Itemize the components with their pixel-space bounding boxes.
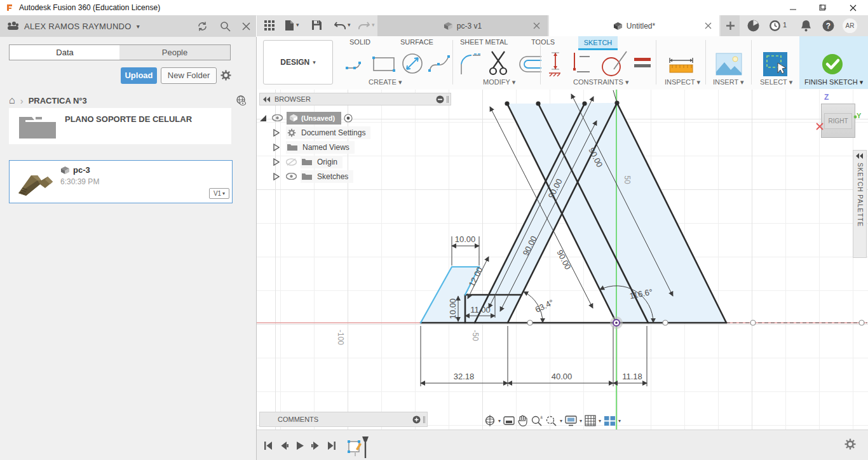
tab-people[interactable]: People	[119, 44, 231, 60]
expanded-arrow-icon[interactable]	[259, 114, 267, 122]
tangent-constraint-icon[interactable]	[599, 50, 629, 78]
version-badge[interactable]: V1▾	[209, 188, 229, 199]
activate-radio-icon[interactable]	[344, 114, 353, 123]
profile-fill[interactable]	[421, 103, 726, 323]
close-tab-icon[interactable]	[705, 22, 712, 29]
redo-caret-icon[interactable]: ▾	[372, 22, 375, 28]
panel-grip[interactable]	[424, 416, 425, 423]
viewports-caret-icon[interactable]: ▾	[618, 418, 621, 424]
group-modify[interactable]: MODIFY ▾	[483, 78, 515, 86]
panel-grip[interactable]	[423, 416, 424, 423]
account-name[interactable]: ALEX RAMOS RAYMUNDO	[24, 22, 132, 31]
look-at-icon[interactable]	[503, 416, 515, 426]
close-panel-icon[interactable]	[241, 22, 251, 31]
zoom-window-caret-icon[interactable]: ▾	[560, 418, 562, 424]
account-caret-icon[interactable]: ▾	[137, 23, 140, 30]
close-tab-icon[interactable]	[533, 22, 540, 29]
breadcrumb-folder[interactable]: PRACTICA N°3	[29, 96, 87, 105]
group-finish-sketch[interactable]: FINISH SKETCH ▾	[804, 78, 863, 86]
search-icon[interactable]	[220, 21, 231, 32]
spline-tool-icon[interactable]	[427, 51, 452, 76]
select-tool-icon[interactable]	[763, 51, 788, 77]
data-settings-gear-icon[interactable]	[220, 70, 231, 81]
insert-image-icon[interactable]	[715, 53, 742, 76]
browser-item-sketches[interactable]: Sketches	[259, 169, 451, 184]
fillet-tool-icon[interactable]	[459, 51, 484, 77]
timeline-sketch-feature[interactable]	[347, 436, 370, 458]
collapse-panel-icon[interactable]	[263, 97, 271, 102]
job-status-clock-icon[interactable]	[769, 20, 781, 32]
new-folder-button[interactable]: New Folder	[161, 67, 217, 84]
maximize-button[interactable]	[808, 0, 836, 15]
file-menu-icon[interactable]	[285, 20, 294, 31]
browser-item-origin[interactable]: Origin	[259, 154, 451, 169]
orbit-icon[interactable]	[484, 415, 496, 426]
document-tab-pc3[interactable]: pc-3 v1	[377, 15, 548, 36]
circle-tool-icon[interactable]	[400, 51, 424, 76]
group-insert[interactable]: INSERT ▾	[713, 78, 744, 86]
zoom-icon[interactable]: ±	[531, 415, 543, 426]
minimize-button[interactable]	[779, 0, 807, 15]
folder-item[interactable]: PLANO SOPORTE DE CELULAR	[9, 108, 231, 144]
help-icon[interactable]: ?	[822, 20, 834, 32]
env-tab-tools[interactable]: TOOLS	[531, 38, 555, 46]
file-menu-caret-icon[interactable]: ▾	[296, 22, 299, 28]
new-tab-button[interactable]	[721, 15, 740, 36]
file-item-pc3[interactable]: pc-3 6:30:39 PM V1▾	[9, 160, 233, 203]
display-settings-icon[interactable]	[565, 416, 577, 426]
browser-root-row[interactable]: (Unsaved)	[259, 111, 451, 125]
collapsed-arrow-icon[interactable]	[273, 129, 280, 137]
home-icon[interactable]: ⌂	[9, 95, 15, 106]
workspace-switcher[interactable]: DESIGN ▾	[263, 40, 333, 85]
add-comment-icon[interactable]	[412, 416, 421, 424]
measure-tool-icon[interactable]	[667, 54, 695, 76]
timeline-step-forward-button[interactable]	[308, 438, 323, 453]
env-tab-sketch[interactable]: SKETCH	[578, 36, 618, 49]
equal-constraint-icon[interactable]	[633, 55, 652, 71]
pan-hand-icon[interactable]	[517, 415, 528, 426]
viewcube[interactable]: RIGHT	[821, 104, 855, 138]
group-constraints[interactable]: CONSTRAINTS ▾	[573, 78, 628, 86]
sketch-dimension-icon[interactable]	[546, 50, 564, 78]
visibility-eye-icon[interactable]	[272, 114, 283, 121]
orbit-caret-icon[interactable]: ▾	[498, 418, 501, 424]
group-create[interactable]: CREATE ▾	[369, 78, 402, 86]
globe-share-icon[interactable]	[235, 95, 247, 106]
redo-icon[interactable]	[358, 20, 370, 30]
undo-caret-icon[interactable]: ▾	[348, 22, 351, 28]
group-inspect[interactable]: INSPECT ▾	[665, 78, 700, 86]
collapsed-arrow-icon[interactable]	[273, 173, 280, 180]
grid-snap-icon[interactable]	[585, 415, 596, 426]
extensions-icon[interactable]	[747, 20, 759, 32]
timeline-step-back-button[interactable]	[276, 438, 292, 453]
comments-bar[interactable]: COMMENTS	[259, 412, 428, 427]
timeline-settings-gear-icon[interactable]	[844, 438, 856, 450]
avatar[interactable]: AR	[843, 18, 857, 33]
visibility-off-icon[interactable]	[286, 158, 297, 166]
expand-palette-icon[interactable]	[856, 153, 864, 159]
visibility-eye-icon[interactable]	[286, 173, 297, 180]
timeline-skip-end-button[interactable]	[324, 438, 339, 453]
app-grid-icon[interactable]	[264, 20, 275, 31]
save-icon[interactable]	[311, 20, 322, 30]
browser-item-document-settings[interactable]: Document Settings	[259, 125, 451, 140]
tab-data[interactable]: Data	[9, 44, 121, 60]
timeline-play-button[interactable]	[292, 438, 308, 453]
env-tab-surface[interactable]: SURFACE	[400, 38, 433, 46]
finish-sketch-check-icon[interactable]	[821, 53, 844, 76]
horizontal-vertical-constraint-icon[interactable]	[569, 51, 592, 77]
refresh-icon[interactable]	[197, 21, 208, 32]
group-select[interactable]: SELECT ▾	[760, 78, 792, 86]
line-tool-icon[interactable]	[344, 54, 367, 74]
env-tab-solid[interactable]: SOLID	[349, 38, 370, 46]
panel-grip[interactable]	[447, 96, 447, 103]
document-tab-untitled[interactable]: Untitled*	[549, 15, 719, 36]
browser-item-named-views[interactable]: Named Views	[259, 140, 451, 154]
panel-minimize-icon[interactable]	[436, 95, 444, 104]
viewports-icon[interactable]	[604, 416, 616, 426]
env-tab-sheet-metal[interactable]: SHEET METAL	[460, 38, 508, 46]
timeline-skip-start-button[interactable]	[261, 438, 276, 453]
close-window-button[interactable]	[839, 0, 867, 15]
viewcube-face[interactable]: RIGHT	[824, 113, 851, 129]
panel-grip[interactable]	[448, 96, 449, 103]
